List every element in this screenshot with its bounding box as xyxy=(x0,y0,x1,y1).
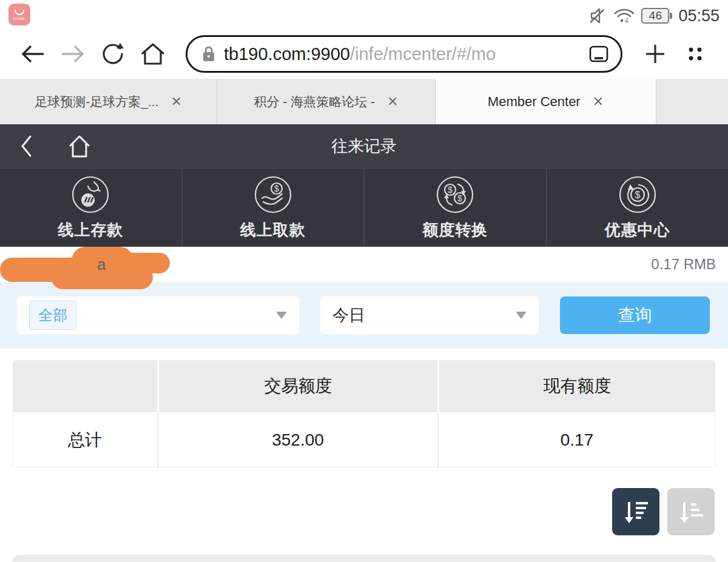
tab-points-forum[interactable]: 积分 - 海燕策略论坛 - ✕ xyxy=(217,79,436,124)
menu-label: 线上存款 xyxy=(58,219,123,241)
svg-text:4: 4 xyxy=(625,18,629,24)
url-bar[interactable]: tb190.com:9900 /infe/mcenter/#/mo xyxy=(186,35,622,73)
filter-bar: 全部 今日 查询 xyxy=(0,282,728,349)
account-balance: 0.17 RMB xyxy=(651,256,716,273)
forward-button[interactable] xyxy=(56,42,90,65)
tab-strip: 足球预测-足球方案_... ✕ 积分 - 海燕策略论坛 - ✕ Member C… xyxy=(0,79,728,124)
type-select-value: 全部 xyxy=(29,301,76,330)
tab-label: 足球预测-足球方案_... xyxy=(35,93,158,110)
tab-member-center-active[interactable]: Member Center ✕ xyxy=(436,79,656,124)
total-label-cell: 总计 xyxy=(12,413,158,467)
total-current-cell: 0.17 xyxy=(438,413,716,467)
type-select[interactable]: 全部 xyxy=(17,296,299,334)
total-transaction-cell: 352.00 xyxy=(158,413,438,467)
refresh-button[interactable] xyxy=(96,41,130,67)
menu-item-quota-exchange[interactable]: $$ 额度转换 xyxy=(363,169,546,247)
tab-strip-empty-area xyxy=(656,79,728,124)
svg-text:$: $ xyxy=(457,193,462,203)
query-button[interactable]: 查询 xyxy=(560,296,710,334)
status-bar: HUAWEI 4 46 05:55 xyxy=(0,0,728,29)
close-tab-icon[interactable]: ✕ xyxy=(170,94,181,110)
sort-descending-icon xyxy=(621,497,650,526)
header-transaction-amount: 交易额度 xyxy=(158,360,438,413)
svg-text:$: $ xyxy=(635,190,640,200)
chevron-down-icon xyxy=(516,312,527,319)
header-empty-cell xyxy=(12,360,158,413)
new-tab-button[interactable] xyxy=(638,42,672,66)
sort-ascending-icon xyxy=(676,497,706,526)
mute-icon xyxy=(588,6,607,25)
url-path: /infe/mcenter/#/mo xyxy=(350,44,496,64)
username-fragment: a xyxy=(97,255,106,274)
appgallery-smile xyxy=(15,10,24,15)
page-header: 往来记录 xyxy=(0,124,728,168)
promo-icon: $ xyxy=(618,175,657,214)
header-current-amount: 现有额度 xyxy=(438,360,716,413)
tab-label: 积分 - 海燕策略论坛 - xyxy=(254,93,376,110)
date-range-select[interactable]: 今日 xyxy=(320,296,539,334)
summary-table: 交易额度 现有额度 总计 352.00 0.17 xyxy=(12,360,716,467)
scribble-blob xyxy=(115,253,170,273)
battery-level: 46 xyxy=(649,9,662,22)
desktop-site-icon[interactable] xyxy=(588,44,610,64)
menu-item-promo-center[interactable]: $ 优惠中心 xyxy=(546,169,728,247)
lock-icon xyxy=(201,44,217,64)
home-button[interactable] xyxy=(136,41,170,67)
account-row: a 0.17 RMB xyxy=(0,247,728,282)
sort-ascending-button[interactable] xyxy=(667,488,715,535)
browser-window: HUAWEI 4 46 05:55 xyxy=(0,0,728,562)
table-header-row: 交易额度 现有额度 xyxy=(12,360,716,413)
masked-username: a xyxy=(0,247,146,282)
menu-button[interactable] xyxy=(678,42,712,66)
deposit-icon xyxy=(71,175,110,214)
table-total-row: 总计 352.00 0.17 xyxy=(12,413,716,467)
clock: 05:55 xyxy=(678,7,720,25)
appgallery-icon: HUAWEI xyxy=(8,4,30,25)
battery-icon: 46 xyxy=(641,8,669,24)
withdraw-icon: $ xyxy=(254,175,292,214)
wifi-icon: 4 xyxy=(613,6,636,25)
date-select-value: 今日 xyxy=(332,304,365,326)
menu-item-online-withdraw[interactable]: $ 线上取款 xyxy=(181,169,364,247)
sort-descending-button[interactable] xyxy=(612,488,659,535)
tab-label: Member Center xyxy=(488,94,581,110)
close-tab-icon[interactable]: ✕ xyxy=(593,94,604,110)
close-tab-icon[interactable]: ✕ xyxy=(387,94,398,110)
quick-menu: 线上存款 $ 线上取款 $$ 额度转换 $ 优惠中心 xyxy=(0,168,728,247)
menu-label: 额度转换 xyxy=(422,219,488,241)
appgallery-brand-text: HUAWEI xyxy=(13,17,26,21)
menu-item-online-deposit[interactable]: 线上存款 xyxy=(0,169,181,247)
menu-label: 线上取款 xyxy=(240,219,306,241)
svg-text:$: $ xyxy=(448,185,453,195)
url-host: tb190.com:9900 xyxy=(224,44,350,64)
browser-toolbar: tb190.com:9900 /infe/mcenter/#/mo xyxy=(0,29,728,79)
tab-football-forecast[interactable]: 足球预测-足球方案_... ✕ xyxy=(0,79,217,124)
page-title: 往来记录 xyxy=(0,135,728,157)
menu-label: 优惠中心 xyxy=(605,219,670,241)
next-section-peek xyxy=(12,555,716,562)
svg-text:$: $ xyxy=(274,184,279,193)
sort-controls xyxy=(0,467,728,535)
exchange-icon: $$ xyxy=(436,175,474,214)
back-button[interactable] xyxy=(16,42,50,65)
chevron-down-icon xyxy=(276,312,287,319)
